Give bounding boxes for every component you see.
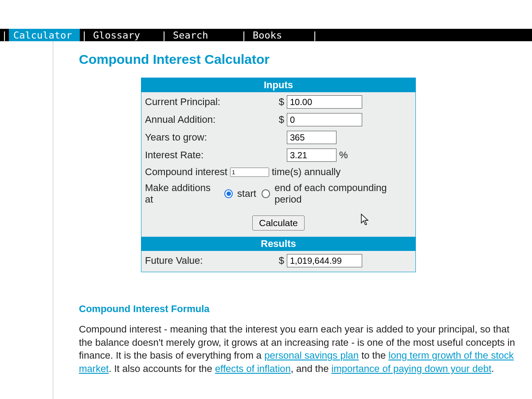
- nav-item-search[interactable]: Search: [168, 29, 239, 41]
- nav-separator: |: [160, 29, 168, 41]
- label-principal: Current Principal:: [145, 96, 274, 108]
- label-rate: Interest Rate:: [145, 149, 274, 161]
- nav-label: Glossary: [93, 30, 140, 41]
- label-start: start: [237, 188, 256, 200]
- dollar-sign: $: [274, 114, 287, 125]
- output-future-value[interactable]: [287, 254, 362, 267]
- label-addition: Annual Addition:: [145, 114, 274, 125]
- calculator-panel: Inputs Current Principal: $ Annual Addit…: [141, 78, 416, 272]
- text-segment: . It also accounts for the: [109, 363, 215, 374]
- row-compound-times: Compound interest time(s) annually: [141, 164, 415, 180]
- formula-paragraph: Compound interest - meaning that the int…: [79, 323, 522, 376]
- link-paying-down-debt[interactable]: importance of paying down your debt: [332, 363, 492, 374]
- nav-separator: |: [310, 29, 319, 41]
- nav-label: Calculator: [13, 30, 72, 41]
- text-segment: , and the: [291, 363, 332, 374]
- row-rate: Interest Rate: %: [141, 146, 415, 164]
- nav-separator: |: [239, 29, 248, 41]
- link-effects-of-inflation[interactable]: effects of inflation: [215, 363, 291, 374]
- row-years: Years to grow:: [141, 129, 415, 146]
- text-segment: to the: [359, 350, 388, 361]
- label-compound-prefix: Compound interest: [145, 166, 227, 178]
- input-rate[interactable]: [287, 149, 336, 162]
- dollar-sign: $: [274, 255, 287, 266]
- label-future-value: Future Value:: [145, 255, 274, 266]
- formula-heading: Compound Interest Formula: [79, 303, 523, 315]
- radio-end[interactable]: [262, 189, 270, 198]
- input-years[interactable]: [287, 131, 336, 144]
- percent-sign: %: [339, 149, 348, 161]
- text-segment: .: [491, 363, 494, 374]
- row-principal: Current Principal: $: [141, 93, 415, 111]
- input-compound-times[interactable]: [230, 168, 269, 177]
- row-addition-timing: Make additions at start end of each comp…: [141, 180, 415, 207]
- top-whitespace: [0, 0, 532, 29]
- row-addition: Annual Addition: $: [141, 111, 415, 129]
- inputs-header: Inputs: [141, 78, 415, 92]
- nav-item-glossary[interactable]: Glossary: [89, 29, 160, 41]
- nav-separator: |: [80, 29, 89, 41]
- label-end-suffix: end of each compounding period: [274, 182, 412, 205]
- label-compound-suffix: time(s) annually: [272, 166, 340, 178]
- nav-label: Search: [173, 30, 208, 41]
- row-calculate: Calculate: [141, 207, 415, 237]
- dollar-sign: $: [274, 96, 287, 108]
- results-header: Results: [141, 237, 415, 251]
- results-form: Future Value: $: [141, 251, 415, 272]
- page-title: Compound Interest Calculator: [79, 52, 523, 67]
- radio-start[interactable]: [224, 189, 233, 198]
- left-divider: [0, 41, 53, 383]
- top-navbar: | Calculator | Glossary | Search | Books…: [0, 29, 532, 41]
- row-future-value: Future Value: $: [141, 252, 415, 272]
- nav-label: Books: [253, 30, 282, 41]
- nav-separator: |: [0, 29, 9, 41]
- link-personal-savings-plan[interactable]: personal savings plan: [264, 350, 359, 361]
- label-additions-prefix: Make additions at: [145, 182, 219, 205]
- inputs-form: Current Principal: $ Annual Addition: $ …: [141, 92, 415, 237]
- nav-item-calculator[interactable]: Calculator: [9, 29, 80, 41]
- nav-item-books[interactable]: Books: [248, 29, 310, 41]
- label-years: Years to grow:: [145, 132, 274, 143]
- calculate-button[interactable]: Calculate: [252, 215, 305, 231]
- input-addition[interactable]: [287, 113, 362, 126]
- main-content: Compound Interest Calculator Inputs Curr…: [53, 41, 523, 383]
- input-principal[interactable]: [287, 95, 362, 109]
